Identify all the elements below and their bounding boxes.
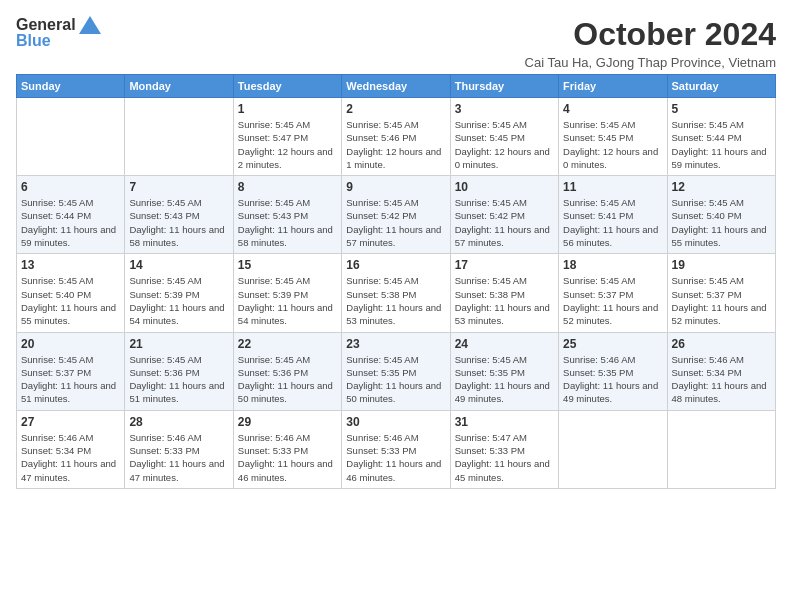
- svg-marker-0: [79, 16, 101, 34]
- day-number: 27: [21, 415, 120, 429]
- sunset-text: Sunset: 5:33 PM: [346, 444, 445, 457]
- col-sunday: Sunday: [17, 75, 125, 98]
- daylight-text: Daylight: 12 hours and 2 minutes.: [238, 145, 337, 172]
- sunrise-text: Sunrise: 5:45 AM: [563, 274, 662, 287]
- daylight-text: Daylight: 11 hours and 54 minutes.: [129, 301, 228, 328]
- sunset-text: Sunset: 5:46 PM: [346, 131, 445, 144]
- day-info: Sunrise: 5:45 AMSunset: 5:41 PMDaylight:…: [563, 196, 662, 249]
- calendar-cell: 21Sunrise: 5:45 AMSunset: 5:36 PMDayligh…: [125, 332, 233, 410]
- day-info: Sunrise: 5:45 AMSunset: 5:37 PMDaylight:…: [672, 274, 771, 327]
- sunrise-text: Sunrise: 5:46 AM: [563, 353, 662, 366]
- day-info: Sunrise: 5:46 AMSunset: 5:34 PMDaylight:…: [21, 431, 120, 484]
- sunrise-text: Sunrise: 5:45 AM: [238, 118, 337, 131]
- day-number: 22: [238, 337, 337, 351]
- sunset-text: Sunset: 5:39 PM: [129, 288, 228, 301]
- day-info: Sunrise: 5:47 AMSunset: 5:33 PMDaylight:…: [455, 431, 554, 484]
- day-info: Sunrise: 5:45 AMSunset: 5:37 PMDaylight:…: [563, 274, 662, 327]
- sunset-text: Sunset: 5:35 PM: [346, 366, 445, 379]
- day-number: 11: [563, 180, 662, 194]
- daylight-text: Daylight: 12 hours and 0 minutes.: [563, 145, 662, 172]
- sunrise-text: Sunrise: 5:45 AM: [129, 353, 228, 366]
- day-number: 3: [455, 102, 554, 116]
- day-info: Sunrise: 5:45 AMSunset: 5:46 PMDaylight:…: [346, 118, 445, 171]
- daylight-text: Daylight: 11 hours and 52 minutes.: [563, 301, 662, 328]
- calendar-cell: 19Sunrise: 5:45 AMSunset: 5:37 PMDayligh…: [667, 254, 775, 332]
- sunset-text: Sunset: 5:35 PM: [455, 366, 554, 379]
- calendar-cell: 3Sunrise: 5:45 AMSunset: 5:45 PMDaylight…: [450, 98, 558, 176]
- daylight-text: Daylight: 11 hours and 54 minutes.: [238, 301, 337, 328]
- daylight-text: Daylight: 11 hours and 45 minutes.: [455, 457, 554, 484]
- day-info: Sunrise: 5:46 AMSunset: 5:33 PMDaylight:…: [129, 431, 228, 484]
- sunset-text: Sunset: 5:42 PM: [346, 209, 445, 222]
- calendar-cell: 30Sunrise: 5:46 AMSunset: 5:33 PMDayligh…: [342, 410, 450, 488]
- sunset-text: Sunset: 5:37 PM: [672, 288, 771, 301]
- sunset-text: Sunset: 5:33 PM: [455, 444, 554, 457]
- sunrise-text: Sunrise: 5:45 AM: [346, 196, 445, 209]
- calendar-cell: [667, 410, 775, 488]
- day-info: Sunrise: 5:45 AMSunset: 5:45 PMDaylight:…: [455, 118, 554, 171]
- calendar-cell: 31Sunrise: 5:47 AMSunset: 5:33 PMDayligh…: [450, 410, 558, 488]
- day-number: 9: [346, 180, 445, 194]
- daylight-text: Daylight: 11 hours and 50 minutes.: [346, 379, 445, 406]
- sunrise-text: Sunrise: 5:45 AM: [455, 274, 554, 287]
- col-saturday: Saturday: [667, 75, 775, 98]
- daylight-text: Daylight: 12 hours and 0 minutes.: [455, 145, 554, 172]
- month-title: October 2024: [525, 16, 776, 53]
- day-info: Sunrise: 5:45 AMSunset: 5:39 PMDaylight:…: [129, 274, 228, 327]
- calendar-cell: 16Sunrise: 5:45 AMSunset: 5:38 PMDayligh…: [342, 254, 450, 332]
- sunset-text: Sunset: 5:45 PM: [563, 131, 662, 144]
- sunrise-text: Sunrise: 5:45 AM: [563, 196, 662, 209]
- sunset-text: Sunset: 5:37 PM: [563, 288, 662, 301]
- week-row-4: 20Sunrise: 5:45 AMSunset: 5:37 PMDayligh…: [17, 332, 776, 410]
- day-info: Sunrise: 5:45 AMSunset: 5:40 PMDaylight:…: [672, 196, 771, 249]
- sunset-text: Sunset: 5:34 PM: [21, 444, 120, 457]
- day-info: Sunrise: 5:45 AMSunset: 5:38 PMDaylight:…: [455, 274, 554, 327]
- calendar-cell: [559, 410, 667, 488]
- sunset-text: Sunset: 5:38 PM: [346, 288, 445, 301]
- day-number: 5: [672, 102, 771, 116]
- calendar-cell: 28Sunrise: 5:46 AMSunset: 5:33 PMDayligh…: [125, 410, 233, 488]
- daylight-text: Daylight: 11 hours and 59 minutes.: [21, 223, 120, 250]
- day-number: 16: [346, 258, 445, 272]
- day-info: Sunrise: 5:46 AMSunset: 5:33 PMDaylight:…: [346, 431, 445, 484]
- calendar-cell: 25Sunrise: 5:46 AMSunset: 5:35 PMDayligh…: [559, 332, 667, 410]
- daylight-text: Daylight: 11 hours and 49 minutes.: [455, 379, 554, 406]
- calendar-cell: 6Sunrise: 5:45 AMSunset: 5:44 PMDaylight…: [17, 176, 125, 254]
- sunrise-text: Sunrise: 5:47 AM: [455, 431, 554, 444]
- week-row-3: 13Sunrise: 5:45 AMSunset: 5:40 PMDayligh…: [17, 254, 776, 332]
- day-info: Sunrise: 5:46 AMSunset: 5:34 PMDaylight:…: [672, 353, 771, 406]
- logo-icon: [79, 16, 101, 34]
- sunset-text: Sunset: 5:42 PM: [455, 209, 554, 222]
- sunrise-text: Sunrise: 5:45 AM: [455, 196, 554, 209]
- location-subtitle: Cai Tau Ha, GJong Thap Province, Vietnam: [525, 55, 776, 70]
- calendar-cell: 29Sunrise: 5:46 AMSunset: 5:33 PMDayligh…: [233, 410, 341, 488]
- daylight-text: Daylight: 11 hours and 48 minutes.: [672, 379, 771, 406]
- sunset-text: Sunset: 5:36 PM: [129, 366, 228, 379]
- sunrise-text: Sunrise: 5:45 AM: [129, 196, 228, 209]
- sunrise-text: Sunrise: 5:45 AM: [672, 274, 771, 287]
- day-number: 20: [21, 337, 120, 351]
- sunset-text: Sunset: 5:35 PM: [563, 366, 662, 379]
- day-info: Sunrise: 5:45 AMSunset: 5:35 PMDaylight:…: [455, 353, 554, 406]
- sunrise-text: Sunrise: 5:46 AM: [21, 431, 120, 444]
- sunset-text: Sunset: 5:33 PM: [129, 444, 228, 457]
- sunrise-text: Sunrise: 5:45 AM: [346, 118, 445, 131]
- daylight-text: Daylight: 11 hours and 53 minutes.: [455, 301, 554, 328]
- sunrise-text: Sunrise: 5:45 AM: [238, 196, 337, 209]
- day-info: Sunrise: 5:45 AMSunset: 5:43 PMDaylight:…: [238, 196, 337, 249]
- day-number: 8: [238, 180, 337, 194]
- sunset-text: Sunset: 5:47 PM: [238, 131, 337, 144]
- day-info: Sunrise: 5:46 AMSunset: 5:33 PMDaylight:…: [238, 431, 337, 484]
- daylight-text: Daylight: 11 hours and 55 minutes.: [21, 301, 120, 328]
- col-thursday: Thursday: [450, 75, 558, 98]
- calendar-table: Sunday Monday Tuesday Wednesday Thursday…: [16, 74, 776, 489]
- sunset-text: Sunset: 5:40 PM: [672, 209, 771, 222]
- calendar-cell: 23Sunrise: 5:45 AMSunset: 5:35 PMDayligh…: [342, 332, 450, 410]
- col-friday: Friday: [559, 75, 667, 98]
- sunrise-text: Sunrise: 5:45 AM: [455, 353, 554, 366]
- calendar-cell: [17, 98, 125, 176]
- week-row-1: 1Sunrise: 5:45 AMSunset: 5:47 PMDaylight…: [17, 98, 776, 176]
- daylight-text: Daylight: 11 hours and 57 minutes.: [455, 223, 554, 250]
- day-info: Sunrise: 5:45 AMSunset: 5:37 PMDaylight:…: [21, 353, 120, 406]
- sunset-text: Sunset: 5:33 PM: [238, 444, 337, 457]
